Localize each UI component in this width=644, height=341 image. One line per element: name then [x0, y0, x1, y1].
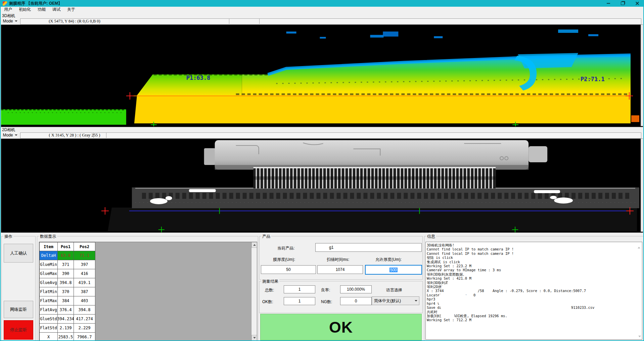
log-line: Working Set : 421.0 M — [427, 276, 637, 280]
scroll-down-button[interactable] — [251, 335, 257, 341]
redaction-smudge — [447, 281, 479, 285]
window-title: 测膜程序 【当前用户: OEM】 — [9, 1, 62, 6]
table-row[interactable]: GlueMin 371 397 — [40, 260, 95, 269]
log-line: 3D相机没有网络! — [427, 243, 637, 247]
data-display-group: 数据显示 Item Pos1 Pos2 DeltaH 63.8 71.1 Glu… — [37, 236, 258, 341]
table-row[interactable]: FlatAvg 376.4 394.8 — [40, 305, 95, 315]
log-line: CameraV array to HImage time : 3 ms — [427, 268, 637, 272]
ng-count-field[interactable]: 0 — [340, 297, 372, 305]
film-thickness-label: 膜厚度(Um): — [273, 257, 295, 263]
allow-thickness-field[interactable]: 500 — [365, 265, 422, 275]
table-scrollbar[interactable] — [251, 242, 257, 341]
table-row[interactable]: GlueStd 394.234 417.274 — [40, 315, 95, 324]
table-row[interactable]: DeltaH 63.8 71.1 — [40, 251, 95, 260]
data-display-group-label: 数据显示 — [39, 234, 57, 239]
total-label: 总数: — [265, 287, 274, 293]
arrow-down-icon — [253, 337, 256, 339]
film-thickness-field[interactable]: 50 — [261, 265, 316, 274]
operation-group: 操作 人工确认 网络监听 停止监听 — [1, 236, 36, 341]
chevron-down-icon — [15, 20, 17, 22]
camera3d-right-scroll-strip[interactable] — [641, 25, 643, 126]
menu-debug[interactable]: 调试 — [49, 7, 64, 12]
camera2d-right-scroll-strip[interactable] — [641, 139, 643, 232]
status-banner: OK — [260, 314, 422, 340]
log-line: Working Set : 223.2 M — [427, 264, 637, 268]
language-select-label: 语言选择 — [386, 287, 402, 293]
info-group-label: 信息 — [426, 234, 436, 239]
stop-listen-button[interactable]: 停止监听 — [4, 320, 33, 340]
camera3d-image-view[interactable]: P1:63.8 P2:71.1 — [1, 24, 643, 127]
measure-result-group: 测量结果 总数: 1 良率: 100.000% 语言选择 OK数: 1 NG数:… — [259, 281, 423, 313]
log-line: 登陆 is click — [427, 255, 637, 260]
table-row[interactable]: FlatStd 2.139 2.229 — [40, 324, 95, 333]
manual-confirm-button[interactable]: 人工确认 — [4, 244, 33, 263]
current-product-label: 当前产品: — [277, 245, 294, 251]
menu-about[interactable]: 关于 — [64, 7, 79, 12]
close-icon — [635, 1, 639, 5]
arrow-up-icon — [638, 242, 640, 248]
camera3d-mode-button[interactable]: Mode — [1, 18, 19, 24]
yield-label: 良率: — [321, 287, 330, 293]
camera2d-mode-button[interactable]: Mode — [1, 132, 19, 138]
minimize-icon — [607, 3, 610, 4]
data-grid: Item Pos1 Pos2 DeltaH 63.8 71.1 GlueMin … — [39, 242, 257, 341]
measurement-table: Item Pos1 Pos2 DeltaH 63.8 71.1 GlueMin … — [39, 242, 95, 341]
table-row[interactable]: FlatMax 384 403 — [40, 296, 95, 305]
camera2d-pixel-readout: ( X 3145, Y 28 ) : ( Gray 255 ) — [21, 132, 128, 138]
restore-icon — [621, 2, 625, 5]
camera3d-mode-bar: Mode (X 5473, Y 84) : (R 0,G 0,B 0) — [1, 18, 643, 24]
menu-function[interactable]: 功能 — [34, 7, 49, 12]
menu-init[interactable]: 初始化 — [15, 7, 34, 12]
product-group: 产品 当前产品: g1 膜厚度(Um): 扫描时间ms: 允许厚度(Um): 5… — [259, 236, 423, 280]
ng-count-label: NG数: — [321, 299, 332, 305]
log-line: 集成调试 is click — [427, 260, 637, 264]
ok-count-field[interactable]: 1 — [284, 297, 315, 305]
log-line: 等到3D取到灰度图数据。 — [427, 272, 637, 276]
redaction-smudge — [437, 309, 579, 314]
arrow-down-icon — [638, 336, 641, 337]
redaction-smudge — [438, 293, 468, 306]
maximize-button[interactable] — [616, 0, 629, 7]
allow-thickness-label: 允许厚度(Um): — [375, 257, 402, 263]
scroll-up-button[interactable] — [251, 242, 257, 248]
log-line: Cannot find local IP to match camera IP … — [427, 251, 637, 255]
yield-field[interactable]: 100.000% — [340, 285, 372, 293]
redaction-smudge — [441, 305, 570, 309]
2d-grayscale-image — [1, 139, 643, 232]
log-scrollbar[interactable] — [638, 242, 642, 339]
redaction-smudge — [441, 314, 455, 318]
operation-group-label: 操作 — [3, 234, 13, 239]
menu-bar: 用户 初始化 功能 调试 关于 — [1, 7, 643, 12]
table-row[interactable]: GlueAvg 394.8 419.1 — [40, 278, 95, 287]
log-line: Cannot find local IP to match camera IP … — [427, 247, 637, 251]
camera2d-mode-bar: Mode ( X 3145, Y 28 ) : ( Gray 255 ) — [1, 132, 643, 138]
app-icon — [3, 1, 7, 6]
ok-count-label: OK数: — [262, 299, 273, 305]
camera2d-image-view[interactable] — [1, 138, 643, 233]
minimize-button[interactable] — [602, 0, 614, 7]
camera3d-pixel-readout: (X 5473, Y 84) : (R 0,G 0,B 0) — [21, 18, 128, 24]
p1-measurement-label: P1:63.8 — [186, 74, 211, 81]
3d-heightmap-image: P1:63.8 P2:71.1 — [1, 25, 643, 127]
product-group-label: 产品 — [261, 234, 271, 239]
p2-measurement-label: P2:71.1 — [581, 76, 605, 82]
scan-time-field[interactable]: 1074 — [317, 265, 363, 274]
chevron-down-icon — [413, 300, 419, 301]
table-header-row: Item Pos1 Pos2 — [40, 242, 95, 251]
title-bar: 测膜程序 【当前用户: OEM】 — [0, 0, 644, 7]
total-field[interactable]: 1 — [284, 285, 315, 293]
language-dropdown[interactable]: 简体中文(默认) — [372, 296, 419, 305]
log-line: 加载3张图像进行AOI检查, Elapsed 19296 ms. — [427, 314, 637, 318]
scan-time-label: 扫描时间ms: — [327, 257, 349, 263]
current-product-field[interactable]: g1 — [315, 243, 422, 252]
chevron-down-icon — [15, 134, 17, 136]
close-button[interactable] — [631, 0, 643, 7]
table-row[interactable]: X 2583.5 7966.7 — [40, 333, 95, 341]
table-row[interactable]: FlatMin 370 387 — [40, 287, 95, 296]
redaction-smudge — [444, 289, 476, 293]
menu-user[interactable]: 用户 — [1, 7, 15, 12]
arrow-up-icon — [253, 244, 256, 246]
measure-result-group-label: 测量结果 — [261, 279, 279, 284]
network-listen-button[interactable]: 网络监听 — [4, 301, 33, 318]
table-row[interactable]: GlueMax 390 416 — [40, 269, 95, 278]
